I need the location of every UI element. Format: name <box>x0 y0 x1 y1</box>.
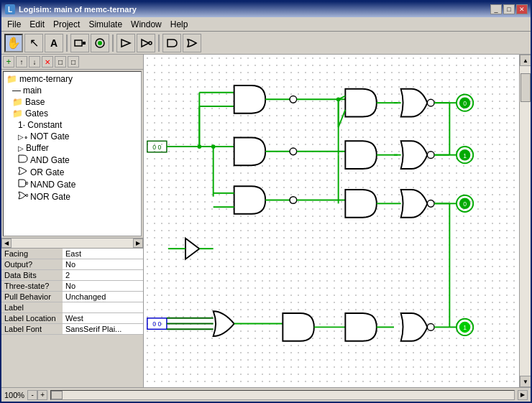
text-tool-button[interactable]: A <box>45 34 63 52</box>
svg-point-87 <box>211 144 216 149</box>
hscroll-end[interactable]: ▶ <box>518 390 528 400</box>
tree-item-buffer[interactable]: ▷ Buffer <box>17 142 139 154</box>
buffer-icon: ▷ <box>18 144 24 152</box>
prop-value-output[interactable]: No <box>63 259 143 270</box>
nor-icon <box>18 191 28 202</box>
hscroll-track[interactable] <box>12 238 133 248</box>
tree-view2-button[interactable]: □ <box>68 56 79 68</box>
svg-point-88 <box>336 97 341 101</box>
vscroll-down[interactable]: ▼ <box>520 376 531 387</box>
tree-view1-button[interactable]: □ <box>55 56 66 68</box>
svg-point-51 <box>427 200 434 208</box>
svg-point-8 <box>149 42 152 45</box>
status-hscroll[interactable] <box>50 390 515 400</box>
prop-row-databits: Data Bits 2 <box>1 270 143 281</box>
circuit-canvas-area[interactable]: 0 0 <box>144 55 519 387</box>
tree-item-main[interactable]: — main <box>11 85 139 96</box>
svg-text:L: L <box>8 6 12 14</box>
prop-row-pullbehavior: Pull Behavior Unchanged <box>1 292 143 302</box>
svg-text:1: 1 <box>463 324 467 331</box>
or-icon <box>18 167 28 177</box>
status-hscroll-thumb[interactable] <box>51 391 63 399</box>
nand-icon <box>18 179 28 190</box>
properties-panel: Facing East Output? No Data Bits 2 Three… <box>1 248 143 335</box>
tree-item-nor-gate[interactable]: NOR Gate <box>17 190 139 203</box>
properties-table: Facing East Output? No Data Bits 2 Three… <box>1 249 143 335</box>
prop-value-facing[interactable]: East <box>63 249 143 259</box>
menu-bar: File Edit Project Simulate Window Help <box>1 17 531 32</box>
maximize-button[interactable]: □ <box>503 4 515 14</box>
and-icon <box>18 154 28 165</box>
hand-tool-button[interactable]: ✋ <box>4 34 23 52</box>
tree-item-base[interactable]: 📁 Base <box>11 96 139 108</box>
prop-label-labelfont: Label Font <box>1 324 63 335</box>
tree-down-button[interactable]: ↓ <box>29 56 40 68</box>
canvas-vscroll[interactable]: ▲ ▼ <box>519 55 531 387</box>
vscroll-up[interactable]: ▲ <box>520 55 531 66</box>
svg-point-5 <box>98 41 102 45</box>
svg-text:0 0: 0 0 <box>152 144 161 151</box>
prop-row-facing: Facing East <box>1 249 143 259</box>
menu-simulate[interactable]: Simulate <box>84 18 127 31</box>
tree-add-button[interactable]: + <box>3 56 14 68</box>
menu-window[interactable]: Window <box>127 18 166 31</box>
svg-rect-3 <box>83 42 86 45</box>
tree-item-nand-gate[interactable]: NAND Gate <box>17 178 139 190</box>
component-tree[interactable]: 📁 memc-ternary — main 📁 Base 📁 Gates 1· … <box>3 71 142 236</box>
gates-folder-icon: 📁 <box>12 108 23 119</box>
svg-point-27 <box>427 99 434 106</box>
svg-text:0: 0 <box>463 200 467 208</box>
prop-label-pullbehavior: Pull Behavior <box>1 292 63 302</box>
close-button[interactable]: ✕ <box>516 4 528 14</box>
svg-marker-6 <box>121 40 130 47</box>
circuit-diagram: 0 0 <box>144 55 519 387</box>
buffer-tool-button[interactable] <box>116 34 135 52</box>
zoom-plus-button[interactable]: + <box>37 390 47 400</box>
or-gate-button[interactable] <box>183 34 201 52</box>
menu-edit[interactable]: Edit <box>25 18 49 31</box>
svg-point-48 <box>290 197 297 204</box>
hscroll-left[interactable]: ◀ <box>1 238 12 248</box>
output-pin-button[interactable] <box>70 34 89 52</box>
prop-value-pullbehavior[interactable]: Unchanged <box>63 292 143 302</box>
select-tool-button[interactable]: ↖ <box>24 34 43 52</box>
tree-toolbar: + ↑ ↓ ✕ □ □ <box>1 55 143 70</box>
tree-item-not-gate[interactable]: ▷∘ NOT Gate <box>17 131 139 142</box>
prop-value-label[interactable] <box>63 302 143 313</box>
hscroll-right[interactable]: ▶ <box>133 238 143 248</box>
input-pin-button[interactable] <box>91 34 109 52</box>
prop-row-threestate: Three-state? No <box>1 281 143 292</box>
tree-item-gates[interactable]: 📁 Gates <box>11 108 139 119</box>
left-panel: + ↑ ↓ ✕ □ □ 📁 memc-ternary — main 📁 <box>1 55 144 387</box>
tree-item-and-gate[interactable]: AND Gate <box>17 154 139 166</box>
tree-up-button[interactable]: ↑ <box>16 56 27 68</box>
tree-hscroll[interactable]: ◀ ▶ <box>1 238 143 248</box>
prop-value-labelfont[interactable]: SansSerif Plai... <box>63 324 143 335</box>
prop-value-databits[interactable]: 2 <box>63 270 143 281</box>
tree-item-memc-ternary[interactable]: 📁 memc-ternary <box>5 73 139 85</box>
window-controls[interactable]: _ □ ✕ <box>490 4 528 14</box>
tree-delete-button[interactable]: ✕ <box>42 56 53 68</box>
prop-value-threestate[interactable]: No <box>63 281 143 292</box>
tree-item-constant[interactable]: 1· Constant <box>17 119 139 131</box>
prop-value-labellocation[interactable]: West <box>63 313 143 324</box>
menu-file[interactable]: File <box>3 18 25 31</box>
svg-point-67 <box>427 324 434 331</box>
svg-point-21 <box>290 96 297 103</box>
prop-label-facing: Facing <box>1 249 63 259</box>
toolbar-separator-1 <box>66 34 68 52</box>
vscroll-track[interactable] <box>520 66 531 376</box>
app-icon: L <box>4 4 16 15</box>
not-tool-button[interactable] <box>137 34 155 52</box>
minimize-button[interactable]: _ <box>490 4 502 14</box>
svg-marker-56 <box>185 238 199 259</box>
and-gate-button[interactable] <box>162 34 181 52</box>
zoom-minus-button[interactable]: - <box>27 390 37 400</box>
prop-row-labellocation: Label Location West <box>1 313 143 324</box>
menu-help[interactable]: Help <box>166 18 193 31</box>
vscroll-thumb[interactable] <box>520 73 531 102</box>
menu-project[interactable]: Project <box>49 18 84 31</box>
not-icon: ▷∘ <box>18 133 28 141</box>
base-folder-icon: 📁 <box>12 97 23 107</box>
tree-item-or-gate[interactable]: OR Gate <box>17 166 139 178</box>
